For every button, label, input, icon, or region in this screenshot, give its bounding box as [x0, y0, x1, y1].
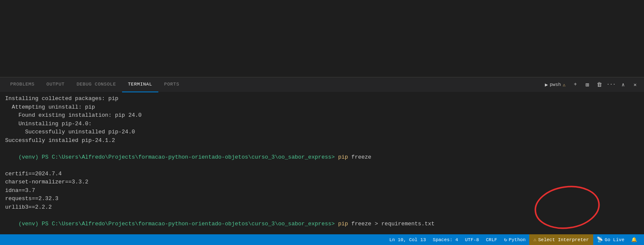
bell-icon: 🔔 — [631, 237, 637, 242]
add-terminal-button[interactable]: + — [571, 80, 580, 89]
ellipsis-icon: ··· — [606, 82, 616, 88]
terminal-line: Installing collected packages: pip — [5, 94, 639, 103]
terminal-line: Attempting uninstall: pip — [5, 103, 639, 112]
notifications-button[interactable]: 🔔 — [628, 234, 641, 245]
select-interpreter-label: Select Interpreter — [538, 237, 589, 242]
terminal-prompt-line: (venv) PS C:\Users\Alfredo\Projects\form… — [5, 145, 639, 170]
tab-debug-console[interactable]: DEBUG CONSOLE — [70, 77, 122, 92]
more-actions-button[interactable]: ··· — [606, 80, 616, 89]
editor-area — [0, 0, 644, 77]
language-label: Python — [509, 237, 526, 242]
terminal-line: charset-normalizer==3.3.2 — [5, 178, 639, 186]
pwsh-selector[interactable]: ▶ pwsh ⚠ — [542, 81, 568, 89]
terminal-line: Found existing installation: pip 24.0 — [5, 111, 639, 120]
tab-output[interactable]: OUTPUT — [41, 77, 71, 92]
broadcast-icon: 📡 — [597, 236, 603, 243]
tabs-right: ▶ pwsh ⚠ + ⊞ 🗑 ··· ∧ ✕ — [542, 80, 640, 89]
terminal-line: Uninstalling pip-24.0: — [5, 120, 639, 128]
tab-problems[interactable]: PROBLEMS — [4, 77, 41, 92]
tab-terminal[interactable]: TERMINAL — [122, 77, 158, 92]
select-interpreter-button[interactable]: ⚠ Select Interpreter — [529, 234, 593, 245]
go-live-button[interactable]: 📡 Go Live — [593, 234, 628, 245]
close-icon: ✕ — [633, 82, 636, 88]
terminal-content[interactable]: Installing collected packages: pip Attem… — [0, 92, 644, 234]
terminal-line: Successfully installed pip-24.1.2 — [5, 136, 639, 145]
plus-icon: + — [574, 82, 577, 88]
terminal-line: requests==2.32.3 — [5, 195, 639, 203]
go-live-label: Go Live — [605, 237, 624, 242]
line-ending-indicator[interactable]: CRLF — [482, 234, 500, 245]
maximize-panel-button[interactable]: ∧ — [618, 80, 628, 89]
terminal-prompt-line: (venv) PS C:\Users\Alfredo\Projects\form… — [5, 211, 639, 234]
tab-ports[interactable]: PORTS — [158, 77, 186, 92]
sync-icon: ↻ — [504, 236, 507, 243]
chevron-up-icon: ∧ — [621, 82, 624, 88]
panel-tabs: PROBLEMS OUTPUT DEBUG CONSOLE TERMINAL P… — [0, 77, 644, 92]
terminal-icon: ▶ — [545, 82, 548, 88]
ln-col-indicator[interactable]: Ln 10, Col 13 — [386, 234, 429, 245]
status-right: Ln 10, Col 13 Spaces: 4 UTF-8 CRLF ↻ Pyt… — [386, 234, 641, 245]
split-icon: ⊞ — [586, 81, 589, 89]
terminal-line: Successfully uninstalled pip-24.0 — [5, 128, 639, 136]
pwsh-label: pwsh — [550, 82, 561, 87]
warning-triangle-icon: ⚠ — [533, 236, 536, 243]
tabs-left: PROBLEMS OUTPUT DEBUG CONSOLE TERMINAL P… — [4, 77, 185, 92]
terminal-line: urllib3==2.2.2 — [5, 203, 639, 212]
terminal-line: certifi==2024.7.4 — [5, 170, 639, 178]
language-indicator[interactable]: ↻ Python — [501, 234, 529, 245]
spaces-indicator[interactable]: Spaces: 4 — [429, 234, 461, 245]
close-panel-button[interactable]: ✕ — [630, 80, 640, 89]
encoding-indicator[interactable]: UTF-8 — [461, 234, 482, 245]
delete-terminal-button[interactable]: 🗑 — [594, 80, 604, 89]
status-bar: Ln 10, Col 13 Spaces: 4 UTF-8 CRLF ↻ Pyt… — [0, 234, 644, 245]
split-terminal-button[interactable]: ⊞ — [583, 80, 592, 89]
terminal-line: idna==3.7 — [5, 186, 639, 195]
trash-icon: 🗑 — [597, 82, 602, 88]
warning-icon: ⚠ — [562, 82, 565, 88]
